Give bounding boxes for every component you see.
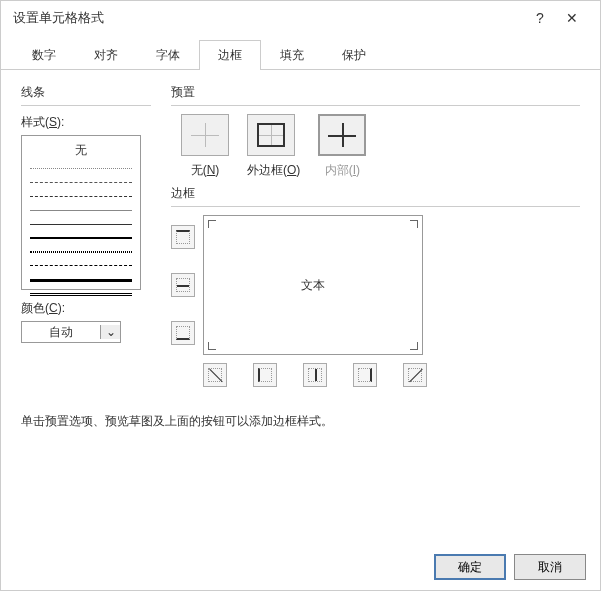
dialog-title: 设置单元格格式	[13, 9, 524, 27]
style-option[interactable]	[22, 273, 140, 287]
preset-none-label: 无(N)	[181, 162, 229, 179]
border-hmid-button[interactable]	[171, 273, 195, 297]
color-label: 颜色(C):	[21, 300, 151, 317]
preview-text: 文本	[301, 277, 325, 294]
tab-number[interactable]: 数字	[13, 40, 75, 70]
border-diag2-button[interactable]	[403, 363, 427, 387]
tab-fill[interactable]: 填充	[261, 40, 323, 70]
cancel-button[interactable]: 取消	[514, 554, 586, 580]
style-option[interactable]	[22, 189, 140, 203]
border-vmid-button[interactable]	[303, 363, 327, 387]
color-select[interactable]: 自动 ⌄	[21, 321, 121, 343]
border-diag1-button[interactable]	[203, 363, 227, 387]
style-option[interactable]	[22, 245, 140, 259]
border-section-label: 边框	[171, 185, 580, 206]
tab-bar: 数字 对齐 字体 边框 填充 保护	[1, 39, 600, 70]
style-none[interactable]: 无	[22, 140, 140, 161]
tab-align[interactable]: 对齐	[75, 40, 137, 70]
style-option[interactable]	[22, 217, 140, 231]
tab-protect[interactable]: 保护	[323, 40, 385, 70]
style-option[interactable]	[22, 203, 140, 217]
style-option[interactable]	[22, 287, 140, 301]
tab-border[interactable]: 边框	[199, 40, 261, 70]
border-right-button[interactable]	[353, 363, 377, 387]
line-section-label: 线条	[21, 84, 151, 105]
help-text: 单击预置选项、预览草图及上面的按钮可以添加边框样式。	[1, 401, 600, 442]
style-option[interactable]	[22, 175, 140, 189]
style-list[interactable]: 无	[21, 135, 141, 290]
style-option[interactable]	[22, 161, 140, 175]
border-top-button[interactable]	[171, 225, 195, 249]
border-left-button[interactable]	[253, 363, 277, 387]
style-option[interactable]	[22, 231, 140, 245]
style-option[interactable]	[22, 259, 140, 273]
color-value: 自动	[22, 324, 100, 341]
chevron-down-icon[interactable]: ⌄	[100, 325, 120, 339]
style-label: 样式(S):	[21, 114, 151, 131]
close-button[interactable]: ✕	[556, 10, 588, 26]
border-bottom-button[interactable]	[171, 321, 195, 345]
preset-inner-label: 内部(I)	[318, 162, 366, 179]
preset-section-label: 预置	[171, 84, 580, 105]
border-preview[interactable]: 文本	[203, 215, 423, 355]
preset-none-button[interactable]	[181, 114, 229, 156]
ok-button[interactable]: 确定	[434, 554, 506, 580]
preset-outline-label: 外边框(O)	[247, 162, 300, 179]
help-button[interactable]: ?	[524, 10, 556, 26]
tab-font[interactable]: 字体	[137, 40, 199, 70]
preset-inner-button[interactable]	[318, 114, 366, 156]
preset-outline-button[interactable]	[247, 114, 295, 156]
